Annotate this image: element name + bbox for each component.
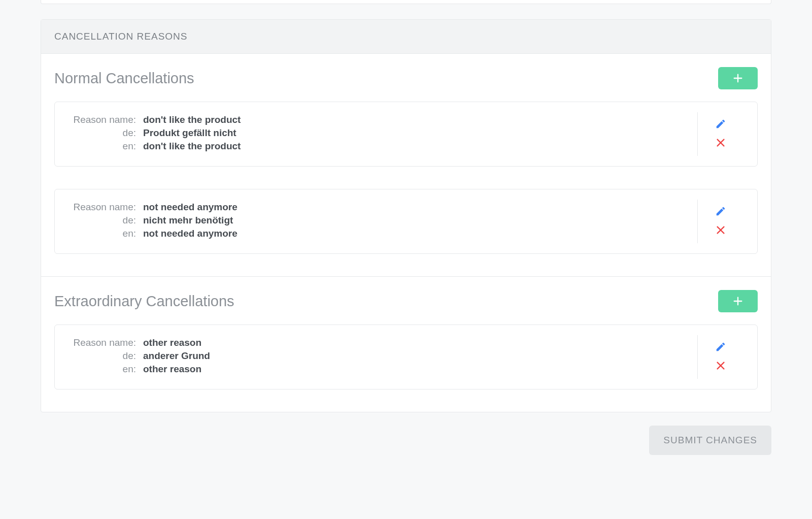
- reason-en-label: en:: [69, 364, 143, 375]
- reason-en-label: en:: [69, 141, 143, 152]
- reason-card: Reason name: not needed anymore de: nich…: [54, 189, 758, 254]
- submit-changes-button[interactable]: SUBMIT CHANGES: [649, 426, 771, 455]
- reason-name-value: other reason: [143, 337, 201, 348]
- footer-actions: SUBMIT CHANGES: [41, 426, 771, 455]
- section-extraordinary-cancellations: Extraordinary Cancellations Reason name:…: [41, 277, 771, 412]
- section-normal-cancellations: Normal Cancellations Reason name: don't …: [41, 54, 771, 277]
- reason-en-value: other reason: [143, 364, 201, 375]
- reason-name-value: don't like the product: [143, 114, 241, 125]
- reason-en-label: en:: [69, 228, 143, 239]
- reason-name-value: not needed anymore: [143, 202, 238, 213]
- pencil-icon: [715, 206, 726, 217]
- add-extraordinary-reason-button[interactable]: [718, 290, 758, 312]
- previous-card-bottom-edge: [41, 0, 771, 4]
- section-heading-extraordinary: Extraordinary Cancellations: [54, 293, 234, 310]
- reason-de-label: de:: [69, 127, 143, 139]
- edit-reason-button[interactable]: [712, 115, 729, 134]
- reason-card: Reason name: other reason de: anderer Gr…: [54, 325, 758, 390]
- plus-icon: [732, 296, 743, 307]
- reason-de-value: nicht mehr benötigt: [143, 215, 233, 226]
- delete-reason-button[interactable]: [712, 134, 729, 153]
- reason-name-label: Reason name:: [69, 202, 143, 213]
- section-heading-normal: Normal Cancellations: [54, 70, 194, 87]
- pencil-icon: [715, 341, 726, 352]
- delete-reason-button[interactable]: [712, 221, 729, 240]
- reason-card: Reason name: don't like the product de: …: [54, 102, 758, 167]
- add-normal-reason-button[interactable]: [718, 67, 758, 89]
- reason-name-label: Reason name:: [69, 337, 143, 348]
- reason-de-value: Produkt gefällt nicht: [143, 127, 236, 139]
- plus-icon: [732, 73, 743, 84]
- reason-de-label: de:: [69, 350, 143, 362]
- edit-reason-button[interactable]: [712, 338, 729, 357]
- close-icon: [715, 360, 726, 371]
- reason-name-label: Reason name:: [69, 114, 143, 125]
- reason-en-value: don't like the product: [143, 141, 241, 152]
- reason-en-value: not needed anymore: [143, 228, 238, 239]
- delete-reason-button[interactable]: [712, 357, 729, 376]
- edit-reason-button[interactable]: [712, 203, 729, 221]
- card-title: CANCELLATION REASONS: [54, 31, 758, 42]
- close-icon: [715, 224, 726, 236]
- pencil-icon: [715, 118, 726, 129]
- reason-de-value: anderer Grund: [143, 350, 210, 362]
- cancellation-reasons-card: CANCELLATION REASONS Normal Cancellation…: [41, 19, 771, 412]
- reason-de-label: de:: [69, 215, 143, 226]
- card-header: CANCELLATION REASONS: [41, 20, 771, 54]
- close-icon: [715, 137, 726, 148]
